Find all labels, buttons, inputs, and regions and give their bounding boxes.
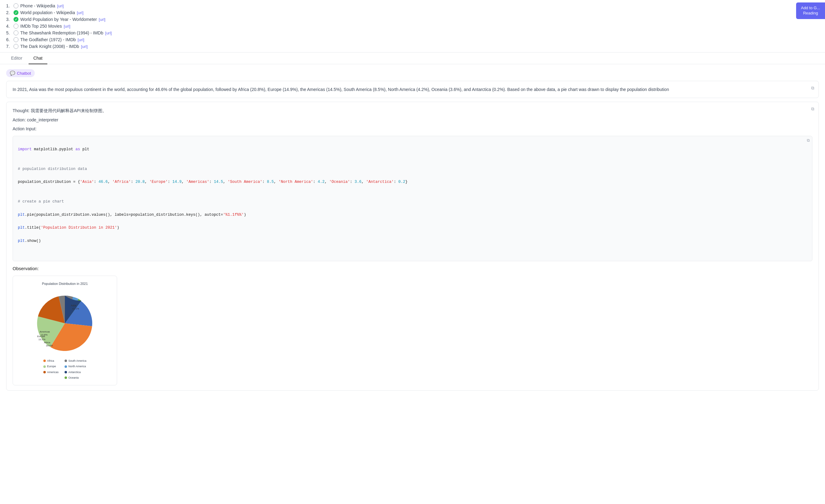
list-item: 3. World Population by Year - Worldomete… bbox=[6, 16, 819, 23]
dot-americas bbox=[43, 371, 46, 373]
list-number: 2. bbox=[6, 10, 12, 15]
list-item: 2. World population - Wikipedia [url] bbox=[6, 9, 819, 16]
europe-label-text: Europe bbox=[47, 364, 56, 369]
result-text: World population - Wikipedia bbox=[20, 10, 75, 15]
result-link[interactable]: [url] bbox=[105, 31, 112, 35]
result-text: The Dark Knight (2008) - IMDb bbox=[20, 44, 79, 49]
oce-label-text: Oceania bbox=[68, 375, 79, 380]
list-number: 7. bbox=[6, 44, 12, 49]
status-radio-empty bbox=[13, 3, 18, 8]
thought-action-block: ⧉ Thought: 我需要使用代码解释器API来绘制饼图。 Action: c… bbox=[6, 102, 819, 391]
list-item: 4. IMDb Top 250 Movies [url] bbox=[6, 23, 819, 29]
tab-editor[interactable]: Editor bbox=[6, 53, 27, 64]
result-link[interactable]: [url] bbox=[78, 37, 84, 42]
dot-africa bbox=[43, 359, 46, 362]
action-line: Action: code_interpreter bbox=[13, 116, 812, 124]
action-input-line: Action Input: bbox=[13, 125, 812, 133]
na-label-text: North America bbox=[68, 364, 86, 369]
result-text: IMDb Top 250 Movies bbox=[20, 24, 62, 28]
label-na-side: North America bbox=[65, 364, 86, 369]
result-link[interactable]: [url] bbox=[57, 4, 64, 8]
chatbot-label: Chatbot bbox=[17, 71, 31, 76]
label-americas: Americas bbox=[40, 330, 50, 333]
thought-text: 我需要使用代码解释器API来绘制饼图。 bbox=[31, 108, 107, 113]
status-radio-empty bbox=[13, 30, 18, 35]
label-europe-side: Europe bbox=[43, 364, 59, 369]
ant-label-text: Antarctica bbox=[68, 370, 81, 374]
dot-sa bbox=[65, 359, 67, 362]
sa-label-text: South America bbox=[68, 358, 86, 363]
chatbot-badge: 💬 Chatbot bbox=[6, 69, 35, 77]
pct-europe: 13.2% bbox=[39, 338, 46, 341]
list-number: 6. bbox=[6, 37, 12, 42]
list-item: 6. The Godfather (1972) - IMDb [url] bbox=[6, 36, 819, 43]
action-input-label: Action Input: bbox=[13, 126, 36, 131]
pct-africa: 18.4% bbox=[46, 344, 53, 347]
label-oce-side: Oceania bbox=[65, 375, 86, 380]
tab-chat[interactable]: Chat bbox=[28, 53, 48, 64]
chart-title: Population Distribution in 2021 bbox=[42, 281, 88, 287]
label-africa-side: Africa bbox=[43, 358, 59, 363]
result-text: The Shawshank Redemption (1994) - IMDb bbox=[20, 30, 103, 35]
list-number: 3. bbox=[6, 17, 12, 22]
thought-line: Thought: 我需要使用代码解释器API来绘制饼图。 bbox=[13, 107, 812, 115]
label-sa-side: South America bbox=[65, 358, 86, 363]
list-item: 1. Phone - Wikipedia [url] bbox=[6, 2, 819, 9]
result-text: Phone - Wikipedia bbox=[20, 3, 55, 8]
result-text: World Population by Year - Worldometer bbox=[20, 17, 97, 22]
action-value: code_interpreter bbox=[27, 117, 58, 122]
dot-na bbox=[65, 365, 67, 368]
list-number: 1. bbox=[6, 3, 12, 8]
list-item: 7. The Dark Knight (2008) - IMDb [url] bbox=[6, 43, 819, 50]
result-link[interactable]: [url] bbox=[81, 44, 88, 49]
copy-code-button[interactable]: ⧉ bbox=[807, 138, 810, 143]
list-number: 4. bbox=[6, 24, 12, 28]
result-link[interactable]: [url] bbox=[64, 24, 70, 28]
label-americas-side: Americas bbox=[43, 370, 59, 374]
pie-chart-container: Population Distribution in 2021 bbox=[13, 276, 117, 386]
status-radio-empty bbox=[13, 37, 18, 42]
message-text: In 2021, Asia was the most populous cont… bbox=[13, 87, 669, 92]
code-block: ⧉ import matplotlib.pyplot as plt # popu… bbox=[13, 136, 812, 261]
chat-section: 💬 Chatbot In 2021, Asia was the most pop… bbox=[0, 64, 825, 396]
result-text: The Godfather (1972) - IMDb bbox=[20, 37, 76, 42]
list-number: 5. bbox=[6, 30, 12, 35]
status-check-icon bbox=[13, 17, 18, 22]
result-link[interactable]: [url] bbox=[99, 17, 105, 22]
africa-label-text: Africa bbox=[47, 358, 54, 363]
status-check-icon bbox=[13, 10, 18, 15]
label-asia: Asia bbox=[71, 304, 76, 307]
dot-europe bbox=[43, 365, 46, 368]
action-label: Action: bbox=[13, 117, 26, 122]
search-results-section: 1. Phone - Wikipedia [url] 2. World popu… bbox=[0, 0, 825, 53]
observation-label: Observation: bbox=[13, 264, 812, 273]
search-results-list: 1. Phone - Wikipedia [url] 2. World popu… bbox=[6, 2, 819, 50]
tabs-bar: Editor Chat bbox=[0, 53, 825, 64]
chart-labels: Africa Europe Americas bbox=[43, 358, 86, 380]
labels-left: Africa Europe Americas bbox=[43, 358, 59, 380]
pie-chart-svg: Asia 41.1% Africa 18.4% Europe 13.2% Ame… bbox=[28, 289, 102, 357]
dot-oce bbox=[65, 376, 67, 379]
copy-message-button[interactable]: ⧉ bbox=[810, 84, 816, 92]
labels-right: South America North America Antarctica bbox=[65, 358, 86, 380]
label-ant-side: Antarctica bbox=[65, 370, 86, 374]
result-link[interactable]: [url] bbox=[77, 10, 84, 15]
americas-label-text: Americas bbox=[47, 370, 59, 374]
thought-label: Thought: bbox=[13, 108, 29, 113]
add-to-reading-button[interactable]: Add to G...Reading bbox=[796, 2, 825, 19]
page-container: 1. Phone - Wikipedia [url] 2. World popu… bbox=[0, 0, 825, 504]
pct-americas: 13.8% bbox=[41, 333, 48, 336]
status-radio-empty bbox=[13, 24, 18, 28]
status-radio-empty bbox=[13, 44, 18, 49]
label-africa: Africa bbox=[44, 341, 51, 344]
dot-ant bbox=[65, 371, 67, 373]
copy-thought-button[interactable]: ⧉ bbox=[810, 105, 816, 113]
code-content: import matplotlib.pyplot as plt # popula… bbox=[13, 136, 812, 261]
message-bubble: In 2021, Asia was the most populous cont… bbox=[6, 81, 819, 98]
chatbot-icon: 💬 bbox=[10, 71, 15, 76]
list-item: 5. The Shawshank Redemption (1994) - IMD… bbox=[6, 29, 819, 36]
pie-svg: Asia 41.1% Africa 18.4% Europe 13.2% Ame… bbox=[28, 289, 102, 357]
pct-asia: 41.1% bbox=[72, 307, 79, 310]
